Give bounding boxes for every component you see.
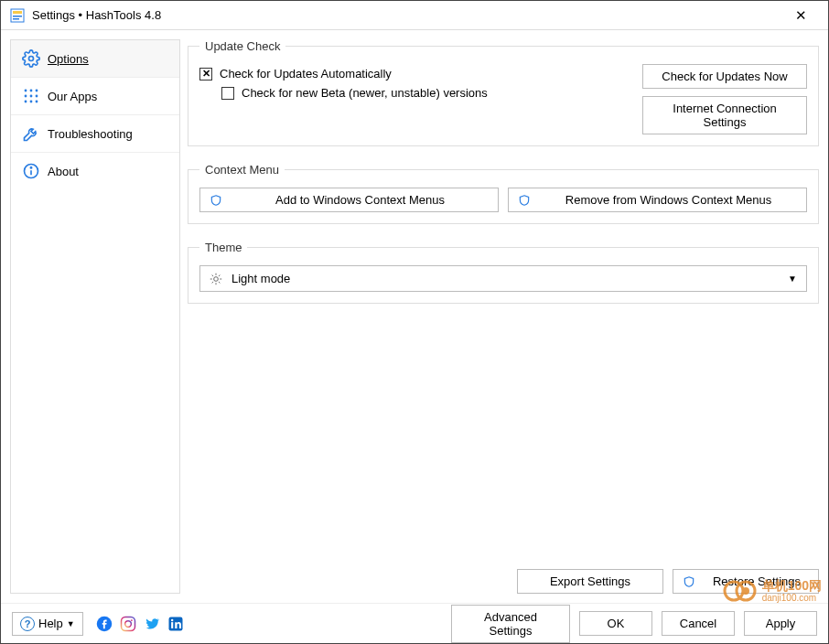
chevron-down-icon: ▼ [67,619,75,628]
add-context-menu-button[interactable]: Add to Windows Context Menus [199,188,499,212]
auto-update-checkbox[interactable] [199,68,212,80]
close-button[interactable]: ✕ [782,7,819,24]
remove-context-label: Remove from Windows Context Menus [540,193,797,207]
svg-point-5 [25,90,27,92]
sun-icon [210,273,222,285]
shield-icon [518,194,531,207]
content-area: Options Our Apps Troubleshooting About U [1,30,828,603]
svg-point-10 [36,95,38,98]
svg-line-24 [212,282,213,283]
beta-update-label: Check for new Beta (newer, unstable) ver… [242,86,488,100]
connection-settings-button[interactable]: Internet Connection Settings [642,96,807,134]
svg-line-23 [219,282,220,283]
info-icon [22,162,40,180]
shield-icon [683,575,695,588]
main-scroll: Update Check Check for Updates Automatic… [188,39,819,549]
svg-point-12 [30,101,33,103]
instagram-icon[interactable] [120,616,136,632]
gear-icon [22,49,40,68]
settings-actions-row: Export Settings Restore Settings [188,565,819,594]
svg-point-17 [214,276,219,281]
sidebar-item-our-apps[interactable]: Our Apps [11,77,179,114]
beta-update-checkbox[interactable] [221,87,234,100]
svg-rect-2 [13,16,22,17]
context-menu-group: Context Menu Add to Windows Context Menu… [188,163,819,224]
sidebar: Options Our Apps Troubleshooting About [10,39,180,594]
check-updates-now-button[interactable]: Check for Updates Now [642,64,807,89]
svg-point-32 [171,618,173,620]
footer-bar: ? Help ▼ Advanced Settings OK Cancel App… [1,603,828,643]
window-title: Settings • HashTools 4.8 [32,8,782,22]
social-links [96,616,184,632]
svg-line-22 [212,274,213,275]
apps-grid-icon [22,87,40,105]
help-label: Help [38,617,63,630]
sidebar-item-label: About [48,165,79,178]
theme-group: Theme Light mode ▼ [188,241,819,304]
ok-button[interactable]: OK [579,611,652,636]
svg-rect-1 [13,11,22,14]
svg-point-28 [124,620,131,627]
beta-update-row[interactable]: Check for new Beta (newer, unstable) ver… [221,83,631,102]
export-settings-button[interactable]: Export Settings [517,569,663,594]
svg-rect-31 [171,622,173,628]
svg-rect-27 [121,617,135,630]
advanced-settings-button[interactable]: Advanced Settings [451,605,570,643]
update-check-group: Update Check Check for Updates Automatic… [188,39,819,146]
app-icon [10,8,25,23]
svg-line-25 [219,274,220,275]
sidebar-item-about[interactable]: About [11,152,179,189]
svg-point-9 [30,95,33,98]
svg-point-16 [30,167,31,168]
svg-point-7 [36,90,38,92]
apply-button[interactable]: Apply [744,611,817,636]
svg-point-4 [29,57,34,61]
help-icon: ? [20,617,35,631]
chevron-down-icon: ▼ [788,274,797,284]
cancel-button[interactable]: Cancel [662,611,735,636]
shield-icon [210,194,222,207]
svg-rect-3 [13,18,19,20]
svg-point-13 [36,101,38,103]
theme-select[interactable]: Light mode ▼ [199,265,807,292]
sidebar-item-label: Troubleshooting [48,127,133,141]
auto-update-row[interactable]: Check for Updates Automatically [199,64,631,83]
sidebar-item-label: Options [48,52,89,66]
auto-update-label: Check for Updates Automatically [220,67,392,80]
theme-legend: Theme [199,241,247,254]
help-button[interactable]: ? Help ▼ [12,612,83,636]
linkedin-icon[interactable] [167,616,184,632]
main-panel: Update Check Check for Updates Automatic… [188,39,819,594]
theme-selected-label: Light mode [231,272,290,285]
wrench-icon [22,124,40,143]
sidebar-item-troubleshooting[interactable]: Troubleshooting [11,114,179,152]
svg-point-29 [131,619,133,621]
restore-settings-label: Restore Settings [705,574,809,588]
svg-point-11 [25,101,27,103]
restore-settings-button[interactable]: Restore Settings [673,569,819,594]
twitter-icon[interactable] [144,616,160,632]
svg-point-6 [30,90,33,92]
add-context-label: Add to Windows Context Menus [231,193,489,207]
update-check-legend: Update Check [199,39,285,53]
sidebar-item-label: Our Apps [48,90,97,103]
sidebar-item-options[interactable]: Options [11,40,179,77]
context-menu-legend: Context Menu [199,163,285,177]
titlebar: Settings • HashTools 4.8 ✕ [1,1,828,30]
facebook-icon[interactable] [96,616,113,632]
svg-point-8 [25,95,27,98]
remove-context-menu-button[interactable]: Remove from Windows Context Menus [508,188,807,212]
